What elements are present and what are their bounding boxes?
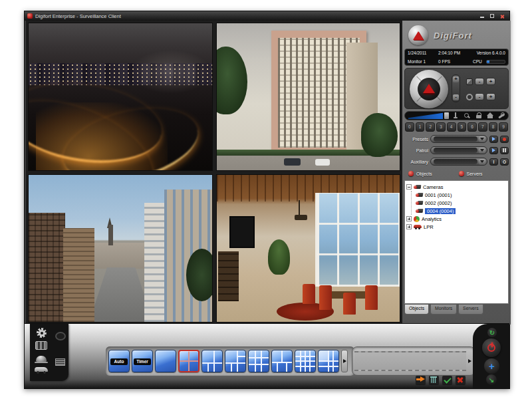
brand-name: DigiFort [434, 31, 472, 41]
zoom-out-button[interactable]: - [453, 94, 459, 100]
palm-tree [361, 113, 398, 157]
settings-wrench-icon[interactable] [498, 112, 505, 119]
presets-dropdown-button[interactable] [479, 136, 485, 142]
preset-go-button[interactable] [489, 136, 498, 143]
zoom-in-button[interactable]: + [453, 76, 459, 82]
lamp-shade [295, 215, 307, 221]
tv-screen [229, 216, 255, 249]
patrol-play-button[interactable] [489, 147, 498, 154]
dome-camera-icon[interactable] [36, 356, 47, 362]
more-layouts-button[interactable] [341, 350, 348, 372]
delete-mosaic-button[interactable] [429, 376, 439, 384]
layout-1plus7-button[interactable] [225, 350, 246, 372]
load-mosaic-button[interactable] [416, 376, 426, 384]
focus-minus-button[interactable]: - [475, 78, 484, 85]
confirm-button[interactable] [442, 376, 452, 384]
sequence-next-button[interactable] [466, 351, 473, 371]
iris-controls: - + [466, 92, 510, 101]
layout-3x3-button[interactable] [248, 350, 269, 372]
patrol-dropdown[interactable] [430, 146, 487, 154]
power-button[interactable] [482, 338, 501, 357]
preset-number-2[interactable]: 2 [426, 122, 435, 132]
preset-number-9[interactable]: 9 [499, 122, 508, 132]
layout-2plus8-button[interactable] [271, 350, 293, 372]
preset-number-6[interactable]: 6 [467, 122, 477, 132]
camera-group-icon [414, 184, 421, 190]
speed-slider-thumb[interactable] [444, 112, 449, 119]
mosaic-grid-icon[interactable] [55, 358, 65, 366]
objects-toggle[interactable]: Objects [408, 171, 455, 176]
focus-plus-button[interactable]: + [486, 78, 495, 85]
tree-group-lpr[interactable]: LPR [406, 223, 507, 231]
layout-single-button[interactable] [155, 350, 176, 372]
servers-toggle[interactable]: Servers [459, 171, 505, 176]
iris-minus-button[interactable]: - [475, 93, 484, 100]
tree-group-label: LPR [424, 224, 434, 230]
mosaic-action-icons [416, 376, 466, 384]
tree-item-camera[interactable]: 0002 (0002) [416, 199, 507, 207]
layout-4x4-button[interactable] [295, 350, 316, 372]
home-position-icon[interactable] [487, 112, 493, 119]
plant [268, 239, 290, 275]
preset-number-4[interactable]: 4 [447, 122, 456, 132]
preset-number-7[interactable]: 7 [478, 122, 487, 132]
iris-plus-button[interactable]: + [486, 93, 495, 100]
camera-tile-interior[interactable] [216, 174, 401, 323]
expander-expanded-icon[interactable] [406, 184, 412, 190]
tree-group-analytics[interactable]: Analytics [406, 215, 507, 223]
patrol-dropdown-button[interactable] [479, 148, 485, 154]
patrol-pause-button[interactable] [500, 147, 509, 154]
chevron-down-icon [480, 149, 484, 152]
restore-button[interactable] [489, 13, 495, 19]
tree-item-camera[interactable]: 0001 (0001) [416, 191, 507, 199]
refresh-button[interactable]: ↻ [487, 328, 497, 337]
tab-monitors[interactable]: Monitors [430, 305, 457, 315]
zoom-tool-icon[interactable] [464, 112, 470, 119]
timer-button[interactable]: Timer [132, 350, 153, 372]
title-bar[interactable]: Digifort Enterprise - Surveillance Clien… [25, 11, 509, 21]
play-icon [492, 148, 495, 152]
cancel-button[interactable] [456, 376, 466, 384]
preset-number-3[interactable]: 3 [436, 122, 446, 132]
chevron-down-icon [480, 138, 484, 140]
presets-dropdown[interactable] [430, 135, 487, 143]
lpr-module-icon[interactable] [35, 366, 48, 374]
auxiliary-on-button[interactable]: I [489, 158, 498, 166]
expander-collapsed-icon[interactable] [406, 224, 412, 229]
auto-cycle-button[interactable]: Auto [108, 350, 130, 372]
preset-number-0[interactable]: 0 [405, 122, 414, 132]
auxiliary-off-button[interactable]: O [500, 158, 509, 166]
lock-icon[interactable] [475, 112, 482, 119]
sequence-slot-track[interactable] [354, 351, 466, 371]
preset-number-8[interactable]: 8 [489, 122, 498, 132]
joystick-hub[interactable] [418, 78, 440, 100]
camera-tile-street[interactable] [28, 174, 213, 323]
camera-tile-office-building[interactable] [216, 23, 401, 171]
layout-1plus5-button[interactable] [201, 350, 223, 372]
tree-group-cameras[interactable]: Cameras [406, 183, 507, 191]
add-button[interactable]: + [484, 358, 499, 374]
layout-1plus12-button[interactable] [318, 350, 339, 372]
preset-record-button[interactable] [500, 136, 509, 143]
screen-style-button[interactable] [55, 332, 66, 340]
minimize-button[interactable] [479, 13, 485, 19]
preset-number-5[interactable]: 5 [458, 122, 467, 132]
layout-2x2-button-selected[interactable] [178, 350, 200, 372]
tab-servers[interactable]: Servers [458, 305, 483, 315]
record-icon [503, 138, 506, 141]
tree-item-camera-selected[interactable]: 0004 (0004) [416, 207, 507, 215]
monitor-matrix-icon[interactable] [35, 341, 47, 350]
close-button[interactable] [499, 13, 505, 19]
minimize-panel-button[interactable]: ↘ [486, 374, 497, 385]
speed-slider[interactable] [408, 112, 443, 119]
tab-objects[interactable]: Objects [404, 305, 429, 315]
ptz-joystick[interactable] [410, 70, 448, 108]
objects-icon [408, 171, 414, 176]
expander-collapsed-icon[interactable] [406, 216, 412, 221]
joystick-mode-icon[interactable] [452, 112, 459, 119]
auxiliary-dropdown[interactable] [430, 158, 487, 166]
camera-tile-night-city[interactable] [28, 23, 213, 171]
auxiliary-dropdown-button[interactable] [479, 159, 485, 165]
settings-gear-icon[interactable] [37, 328, 47, 338]
preset-number-1[interactable]: 1 [416, 122, 425, 132]
